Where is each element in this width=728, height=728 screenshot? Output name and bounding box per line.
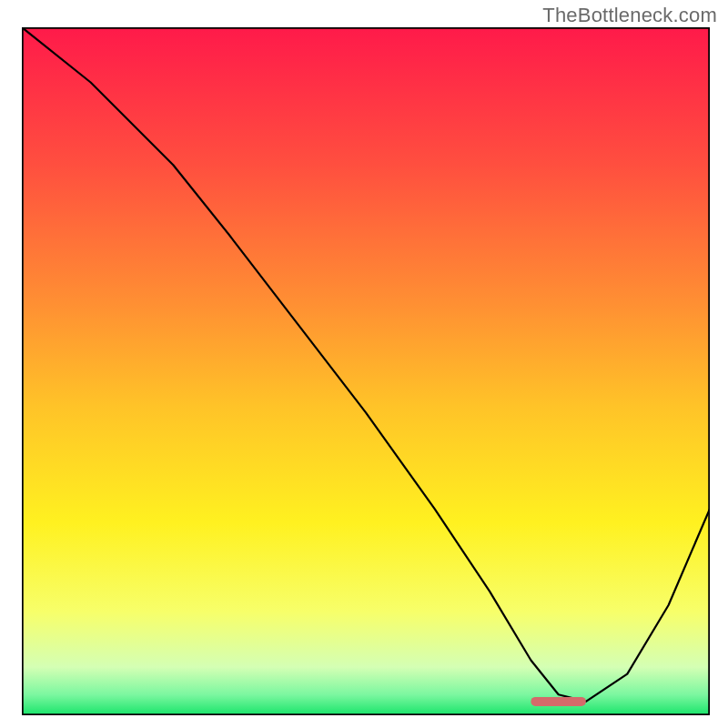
- chart-background: [22, 27, 710, 715]
- optimal-range-marker: [531, 697, 586, 706]
- watermark-text: TheBottleneck.com: [542, 4, 717, 27]
- chart-plot: [22, 27, 710, 715]
